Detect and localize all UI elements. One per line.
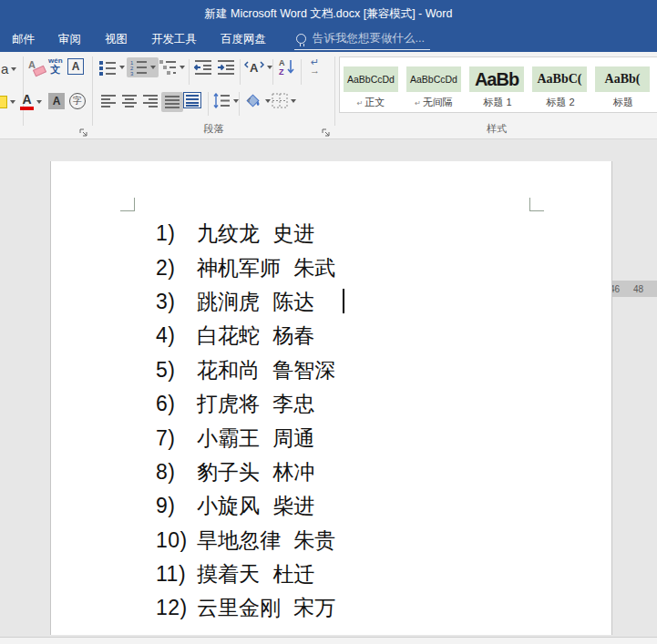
list-item[interactable]: 10) 旱地忽律 朱贵 xyxy=(51,524,611,557)
style-name: 标题 1 xyxy=(481,96,511,109)
align-right-button[interactable] xyxy=(142,94,159,108)
distributed-button[interactable] xyxy=(183,92,201,108)
style-item[interactable]: AaBb( 标题 xyxy=(595,66,650,112)
enclose-characters-icon: 字 xyxy=(69,93,86,109)
numbering-icon: 1 2 3 xyxy=(129,59,148,76)
style-item[interactable]: AaBbC( 标题 2 xyxy=(532,66,587,112)
align-center-icon xyxy=(121,94,138,108)
decrease-indent-button[interactable] xyxy=(194,59,212,76)
document-page[interactable]: 1) 九纹龙 史进 2) 神机军师 朱武 3) 跳涧虎 陈达 4) xyxy=(50,161,612,635)
align-left-button[interactable] xyxy=(100,94,117,108)
align-center-button[interactable] xyxy=(121,94,138,108)
multilevel-list-icon xyxy=(159,59,177,76)
list-item[interactable]: 2) 神机军师 朱武 xyxy=(51,250,611,284)
ribbon-tab[interactable]: 邮件 xyxy=(0,27,46,52)
list-item-text: 花和尚 鲁智深 xyxy=(197,356,335,384)
ribbon-tab-bar: 邮件 审阅 视图 开发工具 百度网盘 告诉我您想要做什么... xyxy=(0,27,657,52)
list-item-text: 神机军师 朱武 xyxy=(197,254,335,282)
list-item[interactable]: 3) 跳涧虎 陈达 xyxy=(51,285,611,319)
letter-a-icon: a xyxy=(1,61,8,77)
font-size-partial-button[interactable]: a xyxy=(1,61,16,77)
chevron-down-icon xyxy=(180,66,185,69)
increase-indent-button[interactable] xyxy=(217,59,235,76)
justify-button[interactable] xyxy=(161,92,183,112)
list-item[interactable]: 4) 白花蛇 杨春 xyxy=(51,319,611,353)
ribbon: a A wén 文 A A A 字 xyxy=(0,52,657,139)
style-item[interactable]: AaBbCcDd ↵正文 xyxy=(344,66,398,112)
list-item-text: 云里金刚 宋万 xyxy=(197,594,335,622)
character-shading-icon: A xyxy=(48,93,65,109)
list-item[interactable]: 12) 云里金刚 宋万 xyxy=(51,591,611,625)
line-spacing-button[interactable] xyxy=(212,93,239,108)
list-item-text: 白花蛇 杨春 xyxy=(197,322,314,350)
list-item-number: 10) xyxy=(156,528,197,553)
chevron-down-icon xyxy=(36,100,42,104)
chevron-down-icon xyxy=(11,67,16,71)
multilevel-list-button[interactable] xyxy=(159,59,185,76)
paragraph-mark-icon: ↵ xyxy=(415,99,421,107)
style-item[interactable]: AaBb 标题 1 xyxy=(469,66,524,112)
tell-me-placeholder: 告诉我您想要做什么... xyxy=(313,31,425,46)
align-left-icon xyxy=(100,94,117,108)
phonetic-guide-button[interactable]: wén 文 xyxy=(48,57,63,75)
paragraph-mark-icon: ↵ xyxy=(357,99,364,107)
eraser-icon: A xyxy=(28,59,46,76)
character-shading-button[interactable]: A xyxy=(48,93,65,109)
sort-button[interactable]: A Z xyxy=(278,57,296,76)
paragraph-dialog-launcher[interactable] xyxy=(321,125,331,135)
enclose-characters-button[interactable]: 字 xyxy=(69,93,86,109)
list-item[interactable]: 8) 豹子头 林冲 xyxy=(51,455,611,489)
numbering-button[interactable]: 1 2 3 xyxy=(127,57,159,77)
style-name: 标题 2 xyxy=(544,96,574,109)
margin-corner-mark-top-left xyxy=(120,198,135,211)
list-item[interactable]: 6) 打虎将 李忠 xyxy=(51,387,611,421)
window-title: 新建 Microsoft Word 文档.docx [兼容模式] - Word xyxy=(0,0,657,27)
list-item-text: 九纹龙 史进 xyxy=(197,220,314,248)
list-item-text: 小霸王 周通 xyxy=(197,424,314,453)
increase-indent-icon xyxy=(217,59,235,76)
shading-button[interactable] xyxy=(244,93,271,108)
chevron-down-icon xyxy=(150,66,156,69)
tell-me-box[interactable]: 告诉我您想要做什么... xyxy=(294,30,430,50)
ribbon-tab[interactable]: 审阅 xyxy=(46,27,93,52)
show-hide-marks-button[interactable]: ↵ → xyxy=(310,57,320,76)
list-item[interactable]: 5) 花和尚 鲁智深 xyxy=(51,353,611,387)
chevron-down-icon xyxy=(291,99,296,103)
ribbon-tab[interactable]: 开发工具 xyxy=(139,27,209,52)
ribbon-tab[interactable]: 百度网盘 xyxy=(209,27,278,52)
list-item-number: 6) xyxy=(156,392,197,416)
style-item[interactable]: AaBbCcDd ↵无间隔 xyxy=(406,66,461,112)
list-item-number: 7) xyxy=(156,426,197,451)
styles-gallery: AaBbCcDd ↵正文 AaBbCcDd ↵无间隔 AaBb 标题 1 AaB… xyxy=(339,56,657,113)
ribbon-tab[interactable]: 视图 xyxy=(93,27,139,52)
style-preview: AaBb( xyxy=(595,66,650,92)
list-item[interactable]: 9) 小旋风 柴进 xyxy=(51,489,611,523)
style-preview: AaBbC( xyxy=(532,66,587,92)
chevron-down-icon xyxy=(10,100,15,104)
font-dialog-launcher[interactable] xyxy=(78,125,88,135)
character-border-icon: A xyxy=(67,58,84,75)
distributed-icon xyxy=(183,92,201,108)
line-spacing-icon xyxy=(212,93,231,108)
margin-corner-mark-top-right xyxy=(529,198,544,211)
bullets-button[interactable] xyxy=(98,59,125,76)
justify-icon xyxy=(164,95,180,109)
highlight-color-partial-button[interactable] xyxy=(0,96,15,108)
list-item-number: 12) xyxy=(156,596,197,620)
list-item-text: 豹子头 林冲 xyxy=(197,458,314,486)
text-cursor xyxy=(343,289,344,313)
list-item-number: 9) xyxy=(156,494,197,518)
digit-3: 3 xyxy=(130,71,134,76)
character-border-button[interactable]: A xyxy=(67,58,84,75)
clear-formatting-button[interactable]: A xyxy=(28,59,46,76)
highlight-icon xyxy=(0,96,7,108)
list-item[interactable]: 11) 摸着天 杜迁 xyxy=(51,557,611,591)
list-item[interactable]: 7) 小霸王 周通 xyxy=(51,421,611,455)
list-item[interactable]: 1) 九纹龙 史进 xyxy=(51,217,611,250)
list-item-text: 跳涧虎 陈达 xyxy=(197,288,314,316)
font-color-button[interactable]: A xyxy=(20,93,42,110)
asian-layout-button[interactable]: A xyxy=(244,58,272,76)
menu-tabs: 邮件 审阅 视图 开发工具 百度网盘 xyxy=(0,27,278,52)
borders-button[interactable] xyxy=(272,93,296,108)
word-window: 新建 Microsoft Word 文档.docx [兼容模式] - Word … xyxy=(0,0,657,644)
